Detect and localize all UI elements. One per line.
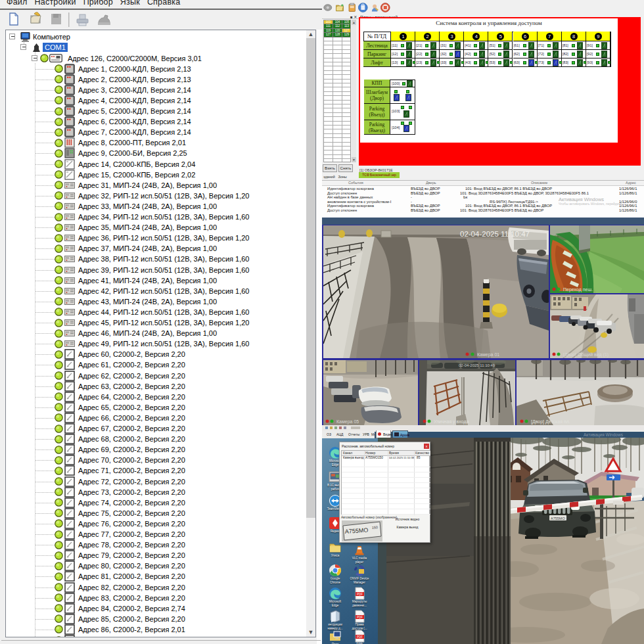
- svg-text:[Двор] Детская пл.: [Двор] Детская пл.: [531, 419, 570, 425]
- svg-text:Переход пеш.: Переход пеш.: [563, 287, 593, 292]
- svg-text:150: 150: [372, 525, 379, 530]
- svg-text:PDF: PDF: [357, 635, 363, 639]
- svg-text:02-04-2025 11:10:47: 02-04-2025 11:10:47: [460, 230, 530, 238]
- svg-text:PDF: PDF: [357, 616, 363, 619]
- svg-text:[Двор] Общий вид (1): [Двор] Общий вид (1): [563, 352, 609, 357]
- svg-text:Камера 01: Камера 01: [477, 352, 499, 357]
- svg-text:PDF: PDF: [357, 593, 363, 596]
- svg-text:Камера 05: Камера 05: [336, 419, 359, 425]
- svg-text:Уличная у входа: Уличная у входа: [434, 419, 469, 425]
- svg-text:02-04-2025 11:10:49: 02-04-2025 11:10:49: [459, 363, 495, 367]
- svg-text:А755МО: А755МО: [551, 517, 565, 520]
